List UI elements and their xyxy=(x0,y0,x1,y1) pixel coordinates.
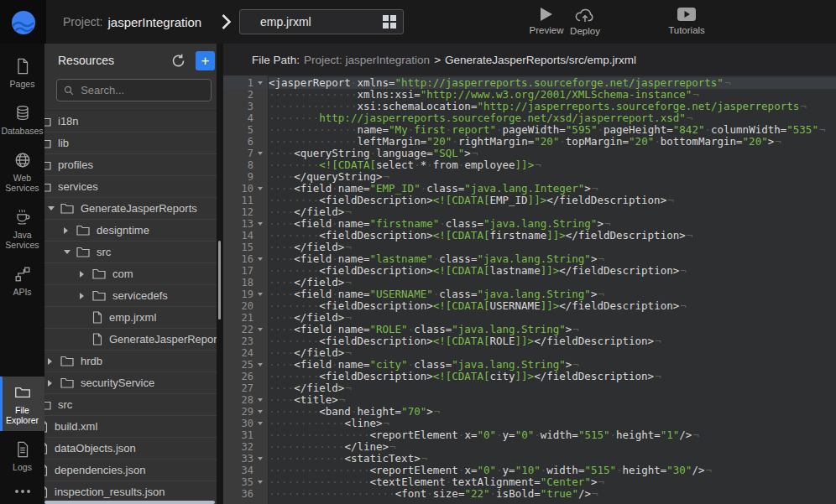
chevron-down-icon[interactable] xyxy=(64,250,76,254)
tree-item-generatejasperreports-s[interactable]: GenerateJasperReports.s xyxy=(44,329,223,351)
code-line[interactable]: ········http://jasperreports.sourceforge… xyxy=(269,112,836,124)
code-line[interactable]: ········<band·height="70">¬ xyxy=(269,406,836,418)
code-line[interactable]: ········<fieldDescription><![CDATA[USERN… xyxy=(269,300,836,312)
code-line[interactable]: ············</line>¬ xyxy=(269,441,836,453)
tree-item-dependencies-json[interactable]: dependencies.json xyxy=(44,460,223,481)
code-editor[interactable]: 1234567891011121314151617181920212223242… xyxy=(223,75,836,504)
fold-arrow-icon[interactable] xyxy=(253,293,267,296)
tree-item-dataobjects-json[interactable]: dataObjects.json xyxy=(44,438,223,460)
fold-arrow-icon[interactable] xyxy=(253,328,267,331)
video-icon xyxy=(677,7,697,22)
fold-arrow-icon[interactable] xyxy=(253,222,267,226)
file-selector[interactable]: emp.jrxml xyxy=(239,9,404,34)
tree-item-designtime[interactable]: designtime xyxy=(44,220,223,242)
tree-item-generatejasperreports[interactable]: GenerateJasperReports xyxy=(44,198,223,220)
tree-item-servicedefs[interactable]: servicedefs xyxy=(44,285,223,307)
logo[interactable] xyxy=(0,0,46,44)
code-line[interactable]: ····</field>¬ xyxy=(269,277,836,288)
code-line[interactable]: ····</field>¬ xyxy=(269,312,836,324)
code-line[interactable]: ··············name="My·first·report"·pag… xyxy=(269,124,836,136)
tree-item-securityservice[interactable]: securityService xyxy=(44,372,223,394)
sidebar-item-more[interactable] xyxy=(0,481,44,501)
fold-arrow-icon[interactable] xyxy=(253,410,267,413)
code-line[interactable]: ····<field·name="EMP_ID"·class="java.lan… xyxy=(269,183,836,195)
tutorials-button[interactable]: Tutorials xyxy=(661,7,712,35)
tree-item-src[interactable]: src xyxy=(44,394,223,416)
code-line[interactable]: ····</field>¬ xyxy=(269,382,836,394)
chevron-down-icon[interactable] xyxy=(48,206,60,210)
line-number: 9 xyxy=(223,171,253,183)
chevron-right-icon[interactable] xyxy=(48,358,60,365)
code-line[interactable]: ····<field·name="ROLE"·class="java.lang.… xyxy=(269,324,836,335)
code-line[interactable]: ····</field>¬ xyxy=(269,242,836,253)
chevron-right-icon[interactable] xyxy=(80,271,92,278)
fold-arrow-icon[interactable] xyxy=(253,422,267,425)
tree-item-emp-jrxml[interactable]: emp.jrxml xyxy=(44,307,223,329)
code-line[interactable]: ········<fieldDescription><![CDATA[first… xyxy=(269,230,836,242)
add-resource-button[interactable]: + xyxy=(196,51,215,70)
code-line[interactable]: ········<![CDATA[select·*·from·employee]… xyxy=(269,159,836,171)
tree-item-com[interactable]: com xyxy=(44,263,223,285)
fold-arrow-icon[interactable] xyxy=(253,363,267,366)
code-line[interactable]: ····<field·name="USERNAME"·class="java.l… xyxy=(269,288,836,300)
tree-item-services[interactable]: services xyxy=(44,176,223,198)
code-line[interactable]: ····<queryString·language="SQL">¬ xyxy=(269,148,836,159)
horizontal-scrollbar[interactable] xyxy=(44,500,217,504)
code-line[interactable]: ····<field·name="lastname"·class="java.l… xyxy=(269,253,836,265)
tree-item-src[interactable]: src xyxy=(44,242,223,263)
code-line[interactable]: ····················<font·size="22"·isBo… xyxy=(269,488,836,500)
vertical-scrollbar[interactable] xyxy=(217,44,223,504)
code-line[interactable]: ··············leftMargin="20"·rightMargi… xyxy=(269,136,836,148)
vertical-scrollbar-thumb[interactable] xyxy=(218,241,221,320)
tree-item-i18n[interactable]: i18n xyxy=(44,111,223,132)
chevron-right-icon[interactable] xyxy=(64,227,76,234)
code-line[interactable]: ········<fieldDescription><![CDATA[lastn… xyxy=(269,265,836,277)
fold-arrow-icon[interactable] xyxy=(253,81,267,85)
code-line[interactable]: ····</field>¬ xyxy=(269,206,836,218)
horizontal-scrollbar-thumb[interactable] xyxy=(44,501,215,504)
database-icon xyxy=(13,104,32,122)
search-input[interactable] xyxy=(79,83,204,97)
fold-arrow-icon[interactable] xyxy=(253,457,267,460)
code-line[interactable]: ············<staticText>¬ xyxy=(269,453,836,465)
code-line[interactable]: ····</field>¬ xyxy=(269,347,836,359)
sidebar-item-pages[interactable]: Pages xyxy=(0,50,44,95)
code-line[interactable]: ········<fieldDescription><![CDATA[EMP_I… xyxy=(269,195,836,206)
code-line[interactable]: ··············xsi:schemaLocation="http:/… xyxy=(269,101,836,112)
code-line[interactable]: ····<field·name="firstname"·class="java.… xyxy=(269,218,836,230)
sidebar-item-logs[interactable]: Logs xyxy=(0,434,44,478)
grid-icon[interactable] xyxy=(383,15,396,29)
code-line[interactable]: ················<textElement·textAlignme… xyxy=(269,476,836,488)
fold-arrow-icon[interactable] xyxy=(253,257,267,261)
fold-arrow-icon[interactable] xyxy=(253,187,267,190)
code-content[interactable]: <jasperReport·xmlns="http://jasperreport… xyxy=(269,75,836,504)
code-line[interactable]: ············<line>¬ xyxy=(269,418,836,429)
code-line[interactable]: ··············xmlns:xsi="http://www.w3.o… xyxy=(269,89,836,101)
refresh-icon[interactable] xyxy=(171,54,185,68)
tree-item-lib[interactable]: lib xyxy=(44,132,223,154)
sidebar-item-java-services[interactable]: Java Services xyxy=(0,201,44,256)
code-line[interactable]: ················<reportElement·x="0"·y="… xyxy=(269,429,836,441)
tree-item-build-xml[interactable]: build.xml xyxy=(44,416,223,438)
sidebar-item-web-services[interactable]: Web Services xyxy=(0,144,44,199)
fold-arrow-icon[interactable] xyxy=(253,152,267,155)
code-line[interactable]: ········<fieldDescription><![CDATA[ROLE]… xyxy=(269,335,836,347)
tree-item-profiles[interactable]: profiles xyxy=(44,154,223,176)
code-line[interactable]: ····<title>¬ xyxy=(269,394,836,406)
sidebar-item-apis[interactable]: APIs xyxy=(0,258,44,303)
chevron-right-icon[interactable] xyxy=(48,380,60,387)
sidebar-item-databases[interactable]: Databases xyxy=(0,97,44,142)
code-line[interactable]: <jasperReport·xmlns="http://jasperreport… xyxy=(269,77,836,89)
code-line[interactable]: ····</queryString>¬ xyxy=(269,171,836,183)
deploy-button[interactable]: Deploy xyxy=(560,7,610,36)
tree-item-label: GenerateJasperReports.s xyxy=(109,333,223,346)
search-box[interactable] xyxy=(56,79,212,101)
code-line[interactable]: ········<fieldDescription><![CDATA[city]… xyxy=(269,371,836,382)
fold-arrow-icon[interactable] xyxy=(253,481,267,484)
code-line[interactable]: ················<reportElement·x="0"·y="… xyxy=(269,465,836,476)
sidebar-item-file-explorer[interactable]: File Explorer xyxy=(0,377,44,431)
code-line[interactable]: ····<field·name="city"·class="java.lang.… xyxy=(269,359,836,371)
chevron-right-icon[interactable] xyxy=(80,293,92,299)
fold-arrow-icon[interactable] xyxy=(253,398,267,402)
tree-item-hrdb[interactable]: hrdb xyxy=(44,351,223,372)
